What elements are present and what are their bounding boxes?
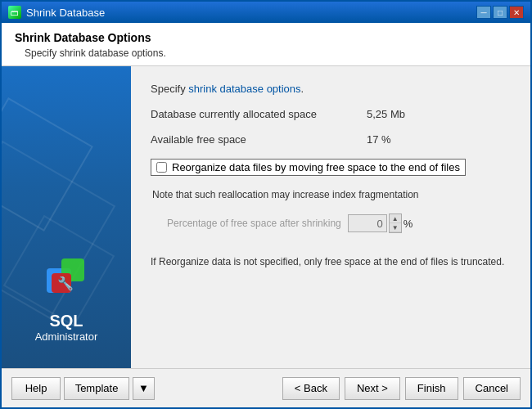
allocated-label: Database currently allocated space [151, 108, 363, 120]
footer-left: Help Template ▼ [11, 377, 155, 400]
shrink-link: shrink database options [188, 83, 300, 95]
allocated-value: 5,25 Mb [367, 108, 405, 120]
intro-text: Specify shrink database options. [151, 83, 511, 95]
title-bar-controls: ─ □ ✕ [476, 6, 524, 19]
percentage-input-wrap: ▲ ▼ % [348, 213, 413, 233]
svg-text:🔧: 🔧 [57, 276, 74, 291]
truncate-text: If Reorganize data is not specified, onl… [151, 254, 511, 269]
logo-svg: 🔧 [40, 252, 92, 304]
percentage-row: Percentage of free space after shrinking… [151, 213, 511, 233]
title-bar-left: 🗃 Shrink Database [8, 6, 105, 19]
template-button[interactable]: Template [64, 377, 129, 400]
reorganize-checkbox-area[interactable]: Reorganize data files by moving free spa… [151, 159, 466, 176]
spin-down-button[interactable]: ▼ [390, 223, 401, 232]
cancel-button[interactable]: Cancel [463, 377, 521, 400]
main-window: 🗃 Shrink Database ─ □ ✕ Shrink Database … [0, 0, 532, 409]
window-title: Shrink Database [26, 7, 105, 19]
note-text: Note that such reallocation may increase… [151, 189, 511, 200]
spin-up-button[interactable]: ▲ [390, 214, 401, 223]
main-content-area: Specify shrink database options. Databas… [131, 66, 530, 368]
template-dropdown-button[interactable]: ▼ [133, 377, 155, 400]
reorganize-checkbox[interactable] [156, 162, 167, 173]
content-area: 🔧 SQL Administrator Specify shrink datab… [2, 66, 530, 368]
back-button[interactable]: < Back [282, 377, 340, 400]
header-title: Shrink Database Options [15, 31, 517, 44]
percentage-input[interactable] [348, 214, 387, 232]
window-icon: 🗃 [8, 6, 21, 19]
help-button[interactable]: Help [11, 377, 61, 400]
title-bar: 🗃 Shrink Database ─ □ ✕ [2, 2, 530, 23]
free-space-value: 17 % [367, 133, 391, 146]
free-space-label: Available free space [151, 133, 363, 146]
footer: Help Template ▼ < Back Next > Finish Can… [2, 368, 530, 407]
header-section: Shrink Database Options Specify shrink d… [2, 23, 530, 66]
free-space-row: Available free space 17 % [151, 133, 511, 146]
minimize-button[interactable]: ─ [476, 6, 491, 19]
header-subtitle: Specify shrink database options. [15, 47, 517, 59]
reorganize-label: Reorganize data files by moving free spa… [172, 161, 460, 173]
maximize-button[interactable]: □ [493, 6, 507, 19]
percentage-label: Percentage of free space after shrinking [167, 218, 341, 229]
sidebar-logo: 🔧 SQL Administrator [35, 252, 98, 344]
footer-right: < Back Next > Finish Cancel [282, 377, 521, 400]
logo-sql-label: SQL [35, 311, 98, 330]
spinner-buttons: ▲ ▼ [389, 213, 402, 233]
next-button[interactable]: Next > [345, 377, 400, 400]
reorganize-row: Reorganize data files by moving free spa… [151, 159, 511, 176]
logo-admin-label: Administrator [35, 330, 98, 344]
allocated-row: Database currently allocated space 5,25 … [151, 108, 511, 120]
close-button[interactable]: ✕ [509, 6, 524, 19]
finish-button[interactable]: Finish [405, 377, 458, 400]
percent-sign: % [404, 218, 413, 230]
sidebar: 🔧 SQL Administrator [2, 66, 131, 368]
logo-text: SQL Administrator [35, 311, 98, 344]
